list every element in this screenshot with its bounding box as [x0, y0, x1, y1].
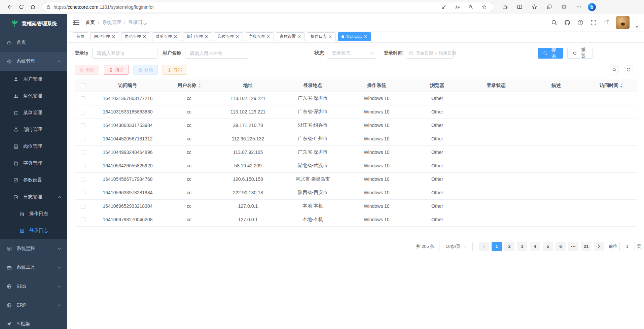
select-all-checkbox[interactable] [81, 84, 85, 88]
login-ip-input[interactable] [92, 48, 157, 59]
sidebar-item-yi-framework[interactable]: Yi框架 [0, 315, 67, 329]
avatar-caret-down-icon[interactable] [635, 26, 639, 28]
split-screen-icon[interactable] [514, 2, 525, 12]
table-row[interactable]: 1641044993248464896 cc 113.87.92.165 广东省… [75, 145, 637, 159]
extensions-puzzle-icon[interactable] [499, 2, 510, 12]
table-search-toggle-icon[interactable] [610, 65, 619, 74]
sidebar-item-home[interactable]: 首页 [0, 33, 67, 52]
add-favorite-star-icon[interactable] [478, 2, 490, 12]
tab-post-mgmt[interactable]: 岗位管理 [214, 32, 243, 41]
table-row[interactable]: 1641031533185863680 cc 113.102.129.221 广… [75, 105, 637, 119]
page-size-select[interactable]: 10条/页 [439, 242, 473, 251]
user-name-input[interactable] [185, 48, 248, 59]
row-checkbox[interactable] [81, 204, 85, 209]
col-header-browser[interactable]: 浏览器 [409, 79, 465, 92]
page-button-5[interactable]: 5 [543, 242, 553, 251]
close-icon[interactable] [236, 35, 239, 38]
page-button-6[interactable]: 6 [556, 242, 566, 251]
close-icon[interactable] [266, 35, 270, 38]
row-checkbox[interactable] [81, 123, 85, 128]
close-icon[interactable] [297, 35, 301, 38]
read-aloud-icon[interactable] [452, 2, 463, 12]
tab-home[interactable]: 首页 [73, 32, 88, 41]
row-checkbox[interactable] [81, 150, 85, 155]
row-checkbox[interactable] [81, 137, 85, 141]
page-button-4[interactable]: 4 [530, 242, 540, 251]
sidebar-item-post-mgmt[interactable]: 岗位管理 [0, 138, 67, 155]
header-search-icon[interactable] [550, 19, 558, 26]
tab-op-log[interactable]: 操作日志 [307, 32, 336, 41]
col-header-location[interactable]: 登录地点 [282, 79, 344, 92]
close-icon[interactable] [364, 35, 367, 38]
row-checkbox[interactable] [81, 164, 85, 168]
sort-icon[interactable] [198, 84, 201, 88]
col-header-visit-id[interactable]: 访问编号 [92, 79, 164, 92]
clear-button[interactable]: 清空 [104, 65, 129, 75]
sidebar-item-system-monitor[interactable]: 系统监控 [0, 239, 67, 258]
sidebar-item-user-mgmt[interactable]: 用户管理 [0, 71, 67, 88]
browser-back-icon[interactable] [4, 2, 15, 12]
unlock-button[interactable]: 解锁 [133, 65, 158, 75]
reset-button[interactable]: 重置 [567, 48, 593, 59]
tab-user-mgmt[interactable]: 用户管理 [90, 32, 119, 41]
table-row[interactable]: 1641053426655825920 cc 58.19.42.209 湖北省-… [75, 159, 637, 172]
zoom-page-icon[interactable] [465, 2, 476, 12]
sidebar-item-dept-mgmt[interactable]: 部门管理 [0, 121, 67, 138]
close-icon[interactable] [328, 35, 332, 38]
sidebar-item-system-mgmt[interactable]: 系统管理 [0, 52, 67, 71]
fullscreen-icon[interactable] [590, 19, 597, 26]
table-row[interactable]: 1641069652933218304 cc 127.0.0.1 本地-本机 W… [75, 199, 637, 213]
table-row[interactable]: 1641044520567181312 cc 112.96.225.132 广东… [75, 132, 637, 145]
col-header-description[interactable]: 描述 [527, 79, 585, 92]
url-text[interactable]: https://ccnetcore.com:1101/system/log/lo… [53, 4, 438, 10]
row-checkbox[interactable] [81, 218, 85, 222]
font-size-icon[interactable] [603, 19, 610, 26]
table-row[interactable]: 1641059633978281984 cc 222.90.130.18 陕西省… [75, 186, 637, 199]
sidebar-item-log-mgmt[interactable]: 日志管理 [0, 189, 67, 205]
delete-button[interactable]: 删除 [75, 65, 99, 75]
page-button-1[interactable]: 1 [492, 242, 502, 251]
tab-menu-mgmt[interactable]: 菜单管理 [152, 32, 181, 41]
browser-more-menu-icon[interactable] [573, 2, 584, 12]
tab-dept-mgmt[interactable]: 部门管理 [183, 32, 212, 41]
more-pages-button[interactable]: ••• [568, 242, 578, 251]
login-status-select[interactable]: 登录状态 [327, 48, 376, 59]
tab-param-settings[interactable]: 参数设置 [276, 32, 305, 41]
collapse-sidebar-icon[interactable] [73, 20, 80, 26]
sidebar-item-system-tools[interactable]: 系统工具 [0, 258, 67, 277]
goto-page-input[interactable] [619, 242, 635, 251]
export-button[interactable]: 导出 [163, 65, 187, 75]
browser-refresh-icon[interactable] [15, 2, 27, 12]
close-icon[interactable] [143, 35, 146, 38]
sort-icon[interactable] [620, 84, 623, 88]
next-page-button[interactable] [594, 242, 604, 251]
close-icon[interactable] [205, 35, 208, 38]
help-icon[interactable] [577, 19, 584, 26]
table-refresh-icon[interactable] [624, 65, 633, 74]
bing-copilot-icon[interactable]: b [588, 3, 596, 11]
col-header-user-name[interactable]: 用户名称 [164, 79, 214, 92]
sidebar-item-dict-mgmt[interactable]: 字典管理 [0, 155, 67, 172]
sidebar-item-role-mgmt[interactable]: 角色管理 [0, 88, 67, 104]
col-header-os[interactable]: 操作系统 [344, 79, 409, 92]
sidebar-item-bbs[interactable]: BBS [0, 277, 67, 296]
close-icon[interactable] [174, 35, 177, 38]
sidebar-item-login-log[interactable]: 登录日志 [0, 222, 67, 239]
col-header-status[interactable]: 登录状态 [465, 79, 527, 92]
browser-home-icon[interactable] [27, 2, 38, 12]
tab-dict-mgmt[interactable]: 字典管理 [245, 32, 274, 41]
table-row[interactable]: 1641043063331753984 cc 39.171.210.78 浙江省… [75, 119, 637, 132]
close-icon[interactable] [112, 35, 115, 38]
github-icon[interactable] [564, 19, 571, 26]
favorites-bar-icon[interactable] [529, 2, 540, 12]
address-bar[interactable]: https://ccnetcore.com:1101/system/log/lo… [42, 2, 494, 12]
search-button[interactable]: 搜索 [538, 48, 563, 59]
sidebar-item-op-log[interactable]: 操作日志 [0, 205, 67, 222]
sidebar-item-erp[interactable]: ERP [0, 296, 67, 315]
col-header-visit-time[interactable]: 访问时间 [585, 79, 637, 92]
browser-profile-icon[interactable] [558, 2, 570, 12]
sidebar-item-menu-mgmt[interactable]: 菜单管理 [0, 104, 67, 121]
tab-login-log[interactable]: 登录日志 [338, 32, 371, 41]
page-button-3[interactable]: 3 [517, 242, 527, 251]
breadcrumb-home[interactable]: 首页 [85, 20, 95, 26]
